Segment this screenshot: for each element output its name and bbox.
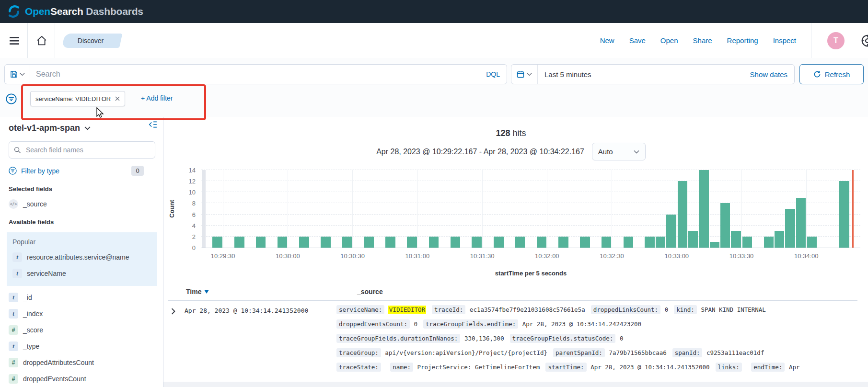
breadcrumb-discover[interactable]: Discover: [62, 34, 119, 48]
y-tick-label: 0: [192, 245, 196, 251]
date-picker: Last 5 minutes Show dates: [511, 64, 795, 84]
menu-hamburger-icon[interactable]: [8, 36, 21, 45]
field-item-_id[interactable]: t_id: [9, 293, 155, 302]
index-pattern-select[interactable]: otel-v1-apm-span: [9, 123, 91, 133]
x-tick-label: 10:32:30: [600, 252, 624, 260]
source-value: 0: [664, 306, 669, 313]
filter-by-type-button[interactable]: Filter by type 0: [9, 166, 155, 176]
source-field-icon: </>: [9, 199, 18, 209]
source-value: 330,136,300: [464, 335, 504, 342]
field-item-serviceName[interactable]: tserviceName: [12, 269, 152, 278]
nav-link-new[interactable]: New: [600, 36, 614, 45]
help-icon[interactable]: [860, 34, 868, 48]
source-pair: droppedEventsCount: 0: [336, 320, 417, 328]
string-field-icon: t: [9, 341, 18, 351]
y-tick-label: 12: [189, 178, 196, 184]
histogram-bar: [234, 237, 244, 248]
histogram-bar: [407, 237, 417, 248]
home-icon[interactable]: [35, 35, 48, 46]
source-value: Apr 28, 2023 @ 10:34:14.242423200: [522, 320, 641, 328]
search-input[interactable]: [30, 70, 486, 79]
source-value: 0: [414, 320, 418, 328]
row-time-value: Apr 28, 2023 @ 10:34:14.241352000: [185, 307, 308, 314]
source-pair: droppedLinksCount: 0: [591, 306, 669, 313]
field-item-_type[interactable]: t_type: [9, 341, 155, 351]
discover-main: 128 hits Apr 28, 2023 @ 10:29:22.167 - A…: [163, 117, 868, 387]
histogram-bar: [558, 237, 568, 248]
histogram-bar: [472, 237, 481, 248]
opensearch-logo[interactable]: OpenSearch Dashboards: [7, 4, 143, 19]
source-pair: links:: [716, 364, 746, 371]
y-tick-label: 6: [192, 211, 196, 217]
source-value: 7a79b71565bbcaa6: [608, 349, 666, 356]
field-name: droppedEventsCount: [23, 374, 86, 384]
histogram-bar: [807, 237, 817, 248]
add-filter-button[interactable]: + Add filter: [141, 94, 173, 102]
source-pair: spanId: c9253a111eac01df: [672, 349, 764, 356]
hits-count: 128 hits: [163, 128, 858, 138]
saved-query-button[interactable]: [5, 65, 30, 84]
histogram-bar: [796, 198, 806, 248]
histogram-bar: [537, 237, 546, 248]
time-range-value[interactable]: Last 5 minutes: [538, 70, 750, 79]
source-pair: traceGroupFields.durationInNanos: 330,13…: [336, 335, 504, 342]
field-search-input[interactable]: [25, 146, 150, 154]
nav-link-share[interactable]: Share: [693, 36, 712, 45]
source-value: ProjectService: GetTimelineForItem: [417, 364, 540, 371]
field-item-_index[interactable]: t_index: [9, 309, 155, 319]
source-key: serviceName:: [336, 305, 384, 314]
field-item-_source[interactable]: </>_source: [9, 199, 155, 209]
source-pair: startTime: Apr 28, 2023 @ 10:34:14.24135…: [545, 364, 709, 371]
expand-row-icon[interactable]: [171, 308, 176, 315]
nav-link-reporting[interactable]: Reporting: [727, 36, 758, 45]
chevron-down-icon: [634, 150, 639, 154]
row-source-value: serviceName: VIDIEDITORtraceId: ec1a3574…: [336, 303, 857, 375]
y-tick-label: 8: [192, 200, 196, 206]
field-name: _id: [23, 293, 32, 302]
column-header-time[interactable]: Time: [186, 288, 209, 296]
nav-link-inspect[interactable]: Inspect: [773, 36, 796, 45]
remove-filter-icon[interactable]: [115, 96, 120, 101]
current-time-marker: [852, 170, 854, 248]
source-pair: traceGroupFields.endTime: Apr 28, 2023 @…: [423, 320, 641, 328]
histogram-bar: [731, 231, 741, 248]
source-key: links:: [716, 363, 742, 372]
top-header-bar: OpenSearch Dashboards: [0, 0, 868, 23]
next-row-divider: [163, 382, 868, 387]
navigation-bar: Discover NewSaveOpenShareReportingInspec…: [0, 23, 868, 58]
field-item-droppedEventsCount[interactable]: #droppedEventsCount: [9, 374, 155, 384]
filter-pill-servicename[interactable]: serviceName: VIDIEDITOR: [30, 91, 125, 106]
histogram-bar: [429, 237, 439, 248]
field-name: serviceName: [27, 269, 66, 278]
histogram-bar: [678, 181, 687, 248]
field-name: _score: [23, 325, 43, 335]
filter-set-icon[interactable]: [6, 93, 17, 104]
query-language-button[interactable]: DQL: [486, 70, 507, 78]
x-tick-label: 10:31:00: [405, 252, 430, 260]
source-value: c9253a111eac01df: [706, 349, 764, 356]
field-search: [9, 141, 155, 159]
nav-link-save[interactable]: Save: [629, 36, 646, 45]
selected-fields-heading: Selected fields: [9, 185, 155, 193]
source-value: ec1a3574fbe7f9e21031608c57661e5a: [469, 306, 585, 313]
histogram-bar: [699, 170, 708, 248]
refresh-button[interactable]: Refresh: [799, 64, 864, 84]
field-item-_score[interactable]: #_score: [9, 325, 155, 335]
field-item-resource.attributes.service@name[interactable]: tresource.attributes.service@name: [12, 252, 152, 262]
user-avatar[interactable]: T: [827, 32, 845, 49]
interval-select[interactable]: Auto: [592, 143, 646, 160]
quick-select-button[interactable]: [511, 65, 538, 84]
field-name: droppedAttributesCount: [23, 358, 94, 367]
source-key: traceGroupFields.endTime:: [423, 319, 518, 329]
field-item-droppedAttributesCount[interactable]: #droppedAttributesCount: [9, 358, 155, 367]
show-dates-button[interactable]: Show dates: [750, 70, 794, 79]
collapse-sidebar-icon[interactable]: [149, 121, 157, 128]
search-bar: DQL: [4, 64, 507, 84]
nav-link-open[interactable]: Open: [660, 36, 678, 45]
histogram-bar: [515, 237, 525, 248]
histogram-bar: [580, 237, 590, 248]
source-key: traceGroup:: [336, 348, 381, 357]
source-key: endTime:: [751, 363, 785, 372]
x-tick-label: 10:32:00: [535, 252, 559, 260]
chevron-down-icon: [527, 72, 532, 76]
